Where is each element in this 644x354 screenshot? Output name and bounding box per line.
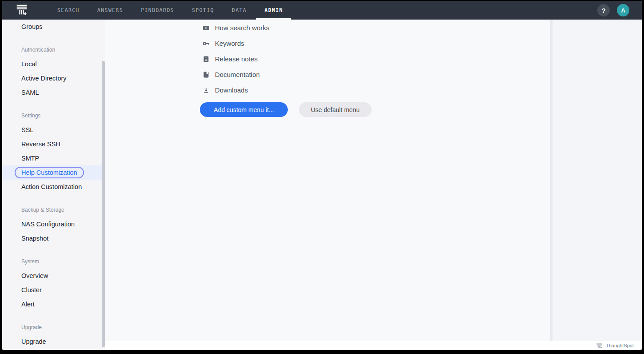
sidebar-item-upgrade[interactable]: Upgrade xyxy=(2,334,105,349)
sidebar-item-overview[interactable]: Overview xyxy=(2,269,105,283)
avatar[interactable]: A xyxy=(617,4,629,16)
help-menu-item-release-notes[interactable]: Release notes xyxy=(203,51,270,67)
sidebar-item-label: Overview xyxy=(21,272,48,279)
help-menu-item-downloads[interactable]: Downloads xyxy=(203,82,270,98)
thoughtspot-logo-icon[interactable] xyxy=(14,3,29,17)
sidebar-item-label: SAML xyxy=(21,89,39,96)
sidebar-sections: GroupsAuthenticationLocalActive Director… xyxy=(2,20,105,349)
nav-tab-search[interactable]: SEARCH xyxy=(48,1,88,20)
nav-items: SEARCHANSWERSPINBOARDSSPOTIQDATAADMIN xyxy=(48,1,292,20)
sidebar-scrollbar-thumb[interactable] xyxy=(102,61,105,347)
sidebar-section-header: Upgrade xyxy=(2,320,105,334)
add-custom-menu-item-button[interactable]: Add custom menu it... xyxy=(200,102,288,117)
sidebar-section-header: Backup & Storage xyxy=(2,203,105,217)
sidebar-item-help-customization[interactable]: Help Customization xyxy=(2,165,105,180)
sidebar-section-header: Settings xyxy=(2,109,105,123)
help-menu-item-keywords[interactable]: Keywords xyxy=(203,36,270,51)
sidebar-item-label: Snapshot xyxy=(21,235,48,242)
sidebar-item-label: Cluster xyxy=(21,286,42,294)
release-notes-icon xyxy=(203,56,210,63)
use-default-menu-button[interactable]: Use default menu xyxy=(299,102,372,117)
sidebar-item-label: Help Customization xyxy=(15,167,84,178)
nav-tab-spotiq[interactable]: SPOTIQ xyxy=(183,1,223,20)
sidebar-item-active-directory[interactable]: Active Directory xyxy=(2,71,105,85)
help-menu-item-documentation[interactable]: Documentation xyxy=(203,67,270,82)
help-menu-item-label: Documentation xyxy=(215,71,260,78)
right-panel xyxy=(553,20,642,341)
sidebar-section-system: SystemOverviewClusterAlert xyxy=(2,254,105,311)
sidebar-item-action-customization[interactable]: Action Customization xyxy=(2,180,105,194)
sidebar-item-saml[interactable]: SAML xyxy=(2,85,105,100)
top-navigation-bar: SEARCHANSWERSPINBOARDSSPOTIQDATAADMIN ? … xyxy=(2,1,642,20)
nav-tab-admin[interactable]: ADMIN xyxy=(255,1,292,20)
sidebar-section-authentication: AuthenticationLocalActive DirectorySAML xyxy=(2,43,105,100)
sidebar-item-label: Alert xyxy=(21,301,35,308)
sidebar-section-backup-storage: Backup & StorageNAS ConfigurationSnapsho… xyxy=(2,203,105,245)
sidebar-item-label: SMTP xyxy=(21,155,39,162)
sidebar-section-settings: SettingsSSLReverse SSHSMTPHelp Customiza… xyxy=(2,109,105,194)
sidebar-item-ssl[interactable]: SSL xyxy=(2,123,105,137)
sidebar-item-label: Upgrade xyxy=(21,338,46,345)
sidebar-item-label: Local xyxy=(21,60,37,68)
footer-brand-text: ThoughtSpot xyxy=(606,343,634,348)
sidebar-section-upgrade: UpgradeUpgrade xyxy=(2,320,105,349)
app-window: SEARCHANSWERSPINBOARDSSPOTIQDATAADMIN ? … xyxy=(2,1,642,350)
sidebar-section-header: Authentication xyxy=(2,43,105,57)
nav-tab-pinboards[interactable]: PINBOARDS xyxy=(132,1,183,20)
help-menu-list: How search worksKeywordsRelease notesDoc… xyxy=(203,20,270,98)
sidebar-item-label: Reverse SSH xyxy=(21,141,60,148)
sidebar-item-nas-configuration[interactable]: NAS Configuration xyxy=(2,217,105,231)
help-menu-item-label: How search works xyxy=(215,24,270,32)
help-menu-item-label: Keywords xyxy=(215,40,244,47)
download-icon xyxy=(203,87,210,94)
sidebar-item-snapshot[interactable]: Snapshot xyxy=(2,231,105,245)
app-body: GroupsAuthenticationLocalActive Director… xyxy=(2,20,642,350)
sidebar-item-cluster[interactable]: Cluster xyxy=(2,283,105,297)
sidebar-item-label: NAS Configuration xyxy=(21,221,75,228)
help-menu-item-label: Downloads xyxy=(215,86,248,94)
nav-tab-answers[interactable]: ANSWERS xyxy=(88,1,132,20)
help-menu-actions: Add custom menu it... Use default menu xyxy=(200,102,372,117)
video-icon xyxy=(203,24,210,32)
help-button[interactable]: ? xyxy=(597,4,610,16)
sidebar-section-top: Groups xyxy=(2,20,105,34)
nav-tab-data[interactable]: DATA xyxy=(223,1,255,20)
admin-sidebar: GroupsAuthenticationLocalActive Director… xyxy=(2,20,105,350)
sidebar-section-header: System xyxy=(2,254,105,269)
sidebar-item-label: Groups xyxy=(21,23,43,30)
key-icon xyxy=(203,40,210,47)
footer: ThoughtSpot xyxy=(105,341,642,350)
sidebar-item-alert[interactable]: Alert xyxy=(2,297,105,311)
help-menu-item-how-search-works[interactable]: How search works xyxy=(203,20,270,36)
nav-right-controls: ? A xyxy=(597,4,642,16)
sidebar-item-groups[interactable]: Groups xyxy=(2,20,105,34)
thoughtspot-footer-logo-icon xyxy=(596,342,603,349)
sidebar-item-label: Action Customization xyxy=(21,183,82,190)
sidebar-item-smtp[interactable]: SMTP xyxy=(2,151,105,165)
help-menu-item-label: Release notes xyxy=(215,55,258,63)
sidebar-item-label: Active Directory xyxy=(21,75,67,82)
sidebar-item-local[interactable]: Local xyxy=(2,57,105,71)
sidebar-item-reverse-ssh[interactable]: Reverse SSH xyxy=(2,137,105,151)
main-content: How search worksKeywordsRelease notesDoc… xyxy=(105,20,642,350)
sidebar-item-label: SSL xyxy=(21,126,33,133)
book-icon xyxy=(203,71,210,78)
